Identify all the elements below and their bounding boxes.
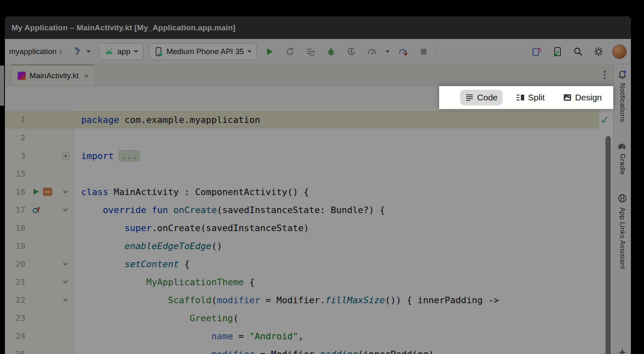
split-view-icon	[516, 93, 525, 102]
code-token	[168, 205, 173, 215]
split-view-label: Split	[528, 93, 545, 102]
device-manager-icon[interactable]	[551, 45, 565, 59]
code-line[interactable]: 21 MyApplicationTheme {	[5, 273, 599, 291]
code-token: padding	[320, 349, 358, 354]
tool-stripe-assistant[interactable]	[617, 347, 627, 354]
code-line[interactable]: 25 modifier = Modifier.padding(innerPadd…	[5, 345, 599, 354]
fold-collapse-icon[interactable]	[62, 261, 69, 267]
build-button[interactable]	[68, 42, 93, 61]
code-token: fillMaxSize	[325, 295, 385, 305]
view-mode-split-button[interactable]: Split	[511, 90, 550, 105]
tool-stripe-app-links[interactable]: App Links Assistant	[617, 193, 627, 269]
line-number: 25	[5, 349, 29, 354]
fold-column	[62, 152, 74, 159]
apply-code-changes-icon[interactable]	[304, 45, 317, 59]
device-label: Medium Phone API 35	[166, 47, 244, 56]
code-token	[81, 259, 125, 269]
line-number: 16	[5, 187, 29, 197]
fold-collapse-icon[interactable]	[62, 297, 69, 303]
editor-options-menu[interactable]	[603, 64, 606, 86]
tool-stripe-gradle[interactable]: Gradle	[617, 141, 628, 175]
view-mode-design-button[interactable]: Design	[558, 90, 607, 105]
breadcrumb[interactable]: myapplication ›	[9, 47, 62, 56]
debug-icon[interactable]	[324, 45, 338, 59]
code-text: modifier = Modifier.padding(innerPadding…	[74, 349, 434, 354]
run-class-icon[interactable]	[32, 188, 40, 196]
code-token: MainActivity : ComponentActivity() {	[108, 187, 309, 197]
running-devices-icon[interactable]	[530, 45, 544, 59]
code-line[interactable]: 18 super.onCreate(savedInstanceState)	[5, 219, 599, 237]
tab-mainactivity[interactable]: MainActivity.kt ×	[11, 64, 95, 86]
fold-column	[62, 207, 74, 213]
chevron-down-icon	[86, 50, 91, 53]
code-line[interactable]: 15	[5, 165, 599, 183]
editor-scrollbar-thumb[interactable]	[605, 136, 611, 354]
run-config-label: app	[118, 47, 131, 56]
code-line[interactable]: 1package com.example.myapplication	[5, 111, 599, 129]
run-config-selector[interactable]: app	[99, 43, 144, 60]
fold-collapse-icon[interactable]	[62, 189, 69, 195]
code-line[interactable]: 22 Scaffold(modifier = Modifier.fillMaxS…	[5, 291, 599, 309]
code-token: (innerPadding)	[358, 349, 434, 354]
code-text: package com.example.myapplication	[74, 115, 260, 125]
chevron-down-icon[interactable]	[385, 50, 390, 53]
code-token: package	[81, 115, 119, 125]
code-token	[81, 349, 211, 354]
code-token	[146, 205, 152, 215]
stop-icon[interactable]	[417, 45, 431, 59]
code-line[interactable]: 17 override fun onCreate(savedInstanceSt…	[5, 201, 599, 219]
code-token: "Android"	[249, 331, 298, 341]
code-token: modifier	[217, 295, 260, 305]
overriding-method-icon[interactable]	[32, 205, 41, 214]
apply-changes-icon[interactable]	[283, 45, 297, 59]
code-token	[81, 277, 146, 287]
code-editor[interactable]: 1package com.example.myapplication23impo…	[5, 109, 613, 354]
code-token: (	[233, 313, 238, 323]
tool-stripe-label: App Links Assistant	[619, 207, 626, 269]
app-links-icon	[617, 193, 627, 203]
code-line[interactable]: 2	[5, 129, 599, 147]
profile-low-overhead-icon[interactable]	[396, 45, 410, 59]
breadcrumb-label: myapplication	[9, 47, 57, 56]
code-line[interactable]: 19 enableEdgeToEdge()	[5, 237, 599, 255]
code-lines: 1package com.example.myapplication23impo…	[5, 111, 613, 354]
code-token: com.example.myapplication	[119, 115, 260, 125]
search-icon[interactable]	[571, 45, 585, 59]
code-line[interactable]: 16<>class MainActivity : ComponentActivi…	[5, 183, 599, 201]
code-text: setContent {	[74, 259, 190, 269]
fold-column	[62, 279, 74, 285]
fold-collapse-icon[interactable]	[62, 207, 69, 213]
inspection-status-icon[interactable]: ✓	[600, 114, 609, 126]
stripe-separator	[617, 131, 628, 132]
tool-stripe-notifications[interactable]: Notifications	[617, 69, 627, 122]
gradle-elephant-icon	[617, 141, 628, 150]
code-token: Scaffold	[168, 295, 211, 305]
run-button[interactable]	[263, 45, 277, 59]
code-token	[81, 295, 168, 305]
code-line[interactable]: 20 setContent {	[5, 255, 599, 273]
code-text: super.onCreate(savedInstanceState)	[74, 223, 309, 233]
code-line[interactable]: 24 name = "Android",	[5, 327, 599, 345]
code-line[interactable]: 23 Greeting(	[5, 309, 599, 327]
code-text: Greeting(	[74, 313, 238, 323]
code-line[interactable]: 3import ...	[5, 147, 599, 165]
right-tool-stripe: Notifications Gradle App Links Assistant	[613, 64, 631, 354]
device-selector[interactable]: Medium Phone API 35	[149, 43, 257, 60]
tool-stripe-label: Notifications	[619, 83, 626, 122]
fold-expand-icon[interactable]	[62, 152, 69, 159]
code-token	[81, 331, 211, 341]
code-token	[81, 205, 103, 215]
code-text: override fun onCreate(savedInstanceState…	[74, 205, 385, 215]
avatar[interactable]	[612, 44, 627, 59]
view-mode-code-button[interactable]: Code	[460, 90, 503, 105]
close-icon[interactable]: ×	[84, 71, 89, 80]
profiler-icon[interactable]	[365, 45, 379, 59]
line-number: 3	[5, 151, 29, 161]
design-view-label: Design	[575, 93, 602, 102]
kotlin-class-icon[interactable]: <>	[43, 188, 52, 196]
attach-debugger-icon[interactable]	[345, 45, 358, 59]
tab-label: MainActivity.kt	[29, 71, 79, 80]
bell-icon	[617, 69, 627, 79]
settings-gear-icon[interactable]	[592, 45, 605, 59]
fold-collapse-icon[interactable]	[62, 279, 69, 285]
